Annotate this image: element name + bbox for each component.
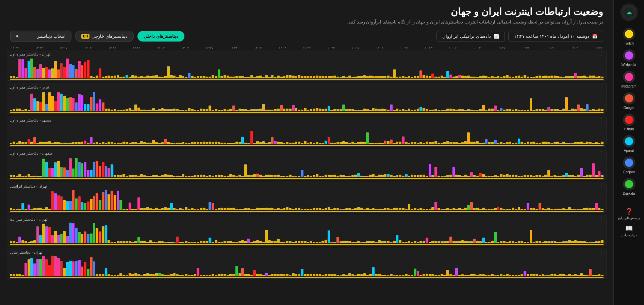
chart-bar: [215, 109, 217, 111]
chart-bar: [140, 174, 143, 177]
chart-bar: [21, 59, 24, 78]
chart-bar: [36, 226, 39, 243]
chart-bar: [96, 76, 98, 78]
chart-bar: [164, 242, 167, 243]
chart-bar: [122, 209, 125, 210]
chart-bar: [384, 76, 387, 78]
chart-bar: [497, 110, 500, 111]
chart-bar: [464, 110, 467, 111]
date-button[interactable]: 📅 دوشنبه ۱۰ امرداد ماه ۱۴۰۱ ساعت ۱۴:۴۷: [508, 31, 603, 42]
chart-bar: [307, 209, 310, 210]
chart-bar: [307, 242, 310, 243]
chart-bar: [209, 202, 211, 210]
chart-bar: [21, 275, 24, 276]
chart-bar: [571, 275, 574, 276]
chart-bar: [319, 176, 321, 177]
chart-bar: [601, 175, 604, 177]
chart-bar: [170, 242, 173, 243]
chart-more-button[interactable]: ⋮: [599, 150, 604, 156]
chart-more-button[interactable]: ⋮: [599, 183, 604, 189]
chart-bar: [10, 175, 12, 177]
chart-bar: [390, 274, 393, 276]
chart-bar: [446, 109, 449, 111]
chart-canvas: [10, 157, 604, 179]
chart-bar: [366, 275, 369, 276]
sidebar-item-digikala[interactable]: Digikala: [615, 176, 643, 197]
sidebar-item-google[interactable]: Google: [615, 90, 643, 112]
sidebar-item-wikipedia[interactable]: Wikipedia: [615, 47, 643, 69]
chart-more-button[interactable]: ⋮: [599, 84, 604, 90]
chart-bar: [87, 202, 89, 210]
chart-bar: [443, 142, 446, 144]
sidebar-item-twitch[interactable]: Twitch: [615, 26, 643, 47]
chart-bar: [325, 208, 327, 210]
chart-bar: [185, 77, 187, 78]
chart-bar: [140, 141, 143, 144]
sidebar-bottom-0[interactable]: ❓پرسش‌های رایج: [615, 206, 643, 222]
chart-bar: [530, 77, 532, 78]
chart-bar: [586, 77, 589, 78]
chart-bar: [235, 76, 238, 78]
traffic-button[interactable]: 📈 داده‌های ترافیکی ابر آروان: [436, 31, 505, 42]
chart-bar: [119, 175, 122, 177]
chart-bar: [238, 273, 241, 276]
chart-bar: [298, 75, 300, 78]
chart-bar: [568, 76, 571, 78]
sidebar-bottom-1[interactable]: 📖درباره رادار: [615, 223, 643, 239]
chart-bar: [218, 208, 220, 210]
chart-bar: [408, 143, 411, 144]
chart-more-button[interactable]: ⋮: [599, 117, 604, 123]
chart-bar: [592, 242, 595, 243]
chart-bar: [277, 175, 280, 177]
chart-bar: [99, 200, 101, 210]
datacenter-select-button[interactable]: انتخاب دیتاسنتر ▾: [10, 31, 71, 42]
chart-bar: [90, 76, 93, 78]
chart-bar: [289, 175, 292, 177]
timeline-tick: ۱۲:۴۷: [205, 46, 213, 50]
tab-internal-button[interactable]: دیتاسنترهای داخلی: [137, 31, 184, 42]
sidebar-item-ganjoor[interactable]: Ganjoor: [615, 155, 643, 176]
chart-more-button[interactable]: ⋮: [599, 51, 604, 57]
chart-bar: [81, 202, 84, 210]
chart-bar: [256, 109, 259, 111]
chart-bar: [78, 196, 81, 210]
chart-bar: [434, 241, 437, 243]
chart-bar: [419, 107, 422, 111]
chart-bar: [562, 274, 565, 276]
chart-more-button[interactable]: ⋮: [599, 250, 604, 255]
chart-more-button[interactable]: ⋮: [599, 216, 604, 222]
chart-bar: [10, 274, 12, 276]
chart-bar: [348, 76, 351, 78]
chart-bar: [87, 60, 89, 78]
chart-bar: [197, 209, 199, 210]
chart-bar: [434, 109, 437, 111]
chart-bar: [194, 209, 197, 210]
chart-bar: [319, 143, 321, 144]
chart-bar: [336, 275, 339, 276]
chart-bar: [506, 174, 509, 177]
chart-bar: [87, 170, 89, 177]
chart-bar: [390, 140, 393, 144]
chart-bar: [544, 175, 547, 177]
chart-bars: [10, 223, 604, 243]
svg-text:☁: ☁: [626, 9, 632, 16]
chart-bar: [316, 174, 318, 177]
chart-label-text: مشهد - دیتاسنتر همراه اول: [10, 118, 51, 123]
chart-bar: [592, 76, 595, 78]
chart-bar: [500, 174, 502, 177]
chart-bar: [229, 174, 232, 177]
chart-bar: [565, 209, 568, 210]
chart-bar: [494, 208, 497, 210]
chart-bar: [69, 201, 72, 210]
chart-bar: [33, 240, 36, 243]
chart-bars: [10, 91, 604, 111]
sidebar-item-github[interactable]: Github: [615, 112, 643, 133]
chart-bar: [467, 132, 470, 144]
chart-bar: [467, 109, 470, 111]
chart-bar: [313, 274, 315, 276]
chart-bar: [378, 76, 381, 78]
sidebar-item-instagram[interactable]: Instagram: [615, 69, 643, 90]
chart-bar: [197, 76, 199, 78]
tab-external-button[interactable]: دیتاسنترهای خارجی BH: [75, 31, 134, 42]
sidebar-item-aparat[interactable]: Aparat: [615, 133, 643, 155]
